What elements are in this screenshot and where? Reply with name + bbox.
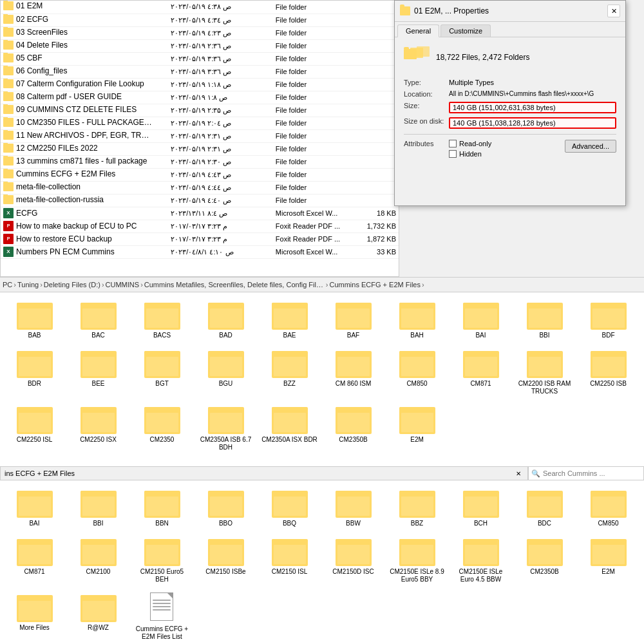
folder-icon-large — [336, 535, 372, 566]
table-row[interactable]: Cummins ECFG + E2M Files۲۰۲۳/۰۵/۱۹ ص ٤:٤… — [1, 168, 399, 181]
folder-item[interactable]: BAI — [450, 296, 511, 342]
folder-item[interactable]: CM2350 — [131, 401, 193, 454]
folder-item[interactable]: Cummins ECFG + E2M Files List — [131, 589, 193, 643]
folder-icon-large — [80, 403, 117, 434]
dialog-close-button[interactable]: ✕ — [607, 5, 620, 17]
table-row[interactable]: 01 E2M۲۰۲۳/۰۵/۱۹ ص ٤:۳۸File folder — [1, 1, 399, 14]
folder-item[interactable]: CM2350B — [514, 533, 575, 586]
folder-item[interactable]: CM 860 ISM — [323, 345, 384, 398]
folder-item[interactable]: CM2100 — [68, 533, 129, 586]
folder-item[interactable]: BAH — [386, 296, 448, 342]
path-bar-close-button[interactable]: ✕ — [513, 468, 524, 478]
folder-item[interactable]: BBQ — [259, 484, 320, 530]
folder-item[interactable]: BAC — [68, 296, 129, 342]
table-row[interactable]: 06 Config_files۲۰۲۳/۰۵/۱۹ ص ۳:۳٦File fol… — [1, 65, 399, 78]
folder-item[interactable]: CM2250 ISX — [68, 401, 129, 454]
folder-item[interactable]: CM2150 ISL — [259, 533, 320, 586]
dialog-size-on-disk-row: Size on disk: 140 GB (151,038,128,128 by… — [404, 117, 616, 129]
folder-item[interactable]: BBO — [195, 484, 256, 530]
hidden-checkbox[interactable] — [449, 150, 457, 158]
file-date: ۲۰۲۳/۰۵/۱۹ ص ٤:٤۳ — [168, 168, 273, 181]
table-row[interactable]: PHow to restore ECU backup۲۰۱۷/۰۳/۱۷ م ۳… — [1, 232, 399, 245]
table-row[interactable]: 03 ScreenFiles۲۰۲۳/۰۵/۱۹ ص ٤:۲۳File fold… — [1, 26, 399, 39]
search-bar[interactable]: 🔍 — [528, 466, 644, 480]
tab-general[interactable]: General — [397, 24, 439, 37]
table-row[interactable]: 08 Calterm pdf - USER GUIDE۲۰۲۳/۰۵/۱۹ ص … — [1, 91, 399, 104]
folder-item[interactable]: CM2250 ISB — [578, 345, 639, 398]
folder-icon — [3, 195, 14, 204]
folder-label: CM850 — [406, 380, 427, 388]
folder-item[interactable]: BBI — [514, 296, 575, 342]
folder-item[interactable]: E2M — [578, 533, 639, 586]
folder-item[interactable]: BDR — [4, 345, 65, 398]
breadcrumb-pc[interactable]: PC — [3, 281, 12, 289]
folder-item[interactable]: CM2200 ISB RAM TRUCKS — [514, 345, 575, 398]
file-date: ۲۰۲۳/۰٤/۸/۱ ص ٤:۱۰ — [168, 245, 273, 258]
table-row[interactable]: 11 New ARCHIVOS - DPF, EGR, TRABAJA...۲۰… — [1, 129, 399, 142]
folder-item[interactable]: BAB — [4, 296, 65, 342]
folder-item[interactable]: BBW — [323, 484, 384, 530]
table-row[interactable]: 05 CBF۲۰۲۳/۰۵/۱۹ ص ۳:۳٦File folder — [1, 52, 399, 65]
table-row[interactable]: XNumbers PN ECM Cummins۲۰۲۳/۰٤/۸/۱ ص ٤:۱… — [1, 245, 399, 258]
folder-item[interactable]: E2M — [386, 401, 448, 454]
table-row[interactable]: 10 CM2350 FILES - FULL PACKAGE 2022۲۰۲۳/… — [1, 117, 399, 129]
folder-item[interactable]: CM2250 ISL — [4, 401, 65, 454]
folder-item[interactable]: BACS — [131, 296, 193, 342]
folder-item[interactable]: BZZ — [259, 345, 320, 398]
breadcrumb-deleting[interactable]: Deleting Files (D:) — [44, 281, 100, 289]
folder-item[interactable]: BCH — [450, 484, 511, 530]
table-row[interactable]: 12 CM2250 FILEs 2022۲۰۲۳/۰۵/۱۹ ص ۲:۳۱Fil… — [1, 142, 399, 155]
folder-item[interactable]: R@WZ — [68, 589, 129, 643]
folder-item[interactable]: BAI — [4, 484, 65, 530]
folder-item[interactable]: BEE — [68, 345, 129, 398]
tab-customize[interactable]: Customize — [440, 24, 491, 37]
folder-item[interactable]: BAE — [259, 296, 320, 342]
table-row[interactable]: PHow to make backup of ECU to PC۲۰۱۷/۰۳/… — [1, 220, 399, 232]
table-row[interactable]: 02 ECFG۲۰۲۳/۰۵/۱۹ ص ٤:۳٤File folder — [1, 14, 399, 26]
table-row[interactable]: 07 Calterm Configuration File Lookup۲۰۲۳… — [1, 78, 399, 91]
folder-item[interactable]: CM2150E ISLe 8.9 Euro5 BBY — [386, 533, 448, 586]
dialog-file-count: 18,722 Files, 2,472 Folders — [436, 53, 529, 62]
search-input[interactable] — [543, 469, 641, 477]
breadcrumb-cummins[interactable]: CUMMINS — [106, 281, 140, 289]
folder-label: BACS — [153, 332, 171, 339]
folder-item[interactable]: CM2150E ISLe Euro 4.5 BBW — [450, 533, 511, 586]
folder-item[interactable]: BBN — [131, 484, 193, 530]
folder-item[interactable]: BBI — [68, 484, 129, 530]
folder-item[interactable]: CM871 — [450, 345, 511, 398]
lower-folder-grid: BAIBBIBBNBBOBBQBBWBBZBCHBDCCM850CM871CM2… — [0, 480, 644, 644]
folder-item[interactable]: CM850 — [578, 484, 639, 530]
folder-item[interactable]: CM2350A ISX BDR — [259, 401, 320, 454]
breadcrumb-golden[interactable]: Cummins Metafiles, Screenfiles, Delete f… — [144, 281, 325, 289]
folder-icon — [3, 144, 14, 153]
table-row[interactable]: 04 Delete Files۲۰۲۳/۰۵/۱۹ ص ۲:۳٦File fol… — [1, 39, 399, 52]
folder-item[interactable]: CM2150 ISBe — [195, 533, 256, 586]
folder-label: CM2100 — [86, 568, 111, 576]
folder-item[interactable]: BBZ — [386, 484, 448, 530]
folder-item[interactable]: CM850 — [386, 345, 448, 398]
folder-label: BAF — [347, 332, 359, 339]
folder-item[interactable]: BDF — [578, 296, 639, 342]
folder-item[interactable]: CM2150D ISC — [323, 533, 384, 586]
folder-item[interactable]: CM871 — [4, 533, 65, 586]
folder-item[interactable]: BDC — [514, 484, 575, 530]
table-row[interactable]: XECFG۲۰۲۳/۱۳/۱۱ ص ۸:٤Microsoft Excel W..… — [1, 207, 399, 220]
folder-item[interactable]: CM2150 Euro5 BEH — [131, 533, 193, 586]
breadcrumb-ecfg-e2m[interactable]: Cummins ECFG + E2M Files — [329, 281, 421, 289]
folder-item[interactable]: CM2350B — [323, 401, 384, 454]
table-row[interactable]: meta-file-collection۲۰۲۳/۰۵/۱۹ ص ٤:٤٤Fil… — [1, 181, 399, 194]
table-row[interactable]: 13 cummins cm871 files - full package۲۰۲… — [1, 155, 399, 168]
folder-item[interactable]: BGT — [131, 345, 193, 398]
table-row[interactable]: 09 CUMMINS CTZ DELETE FILES۲۰۲۳/۰۵/۱۹ ص … — [1, 104, 399, 117]
folder-item[interactable]: BAD — [195, 296, 256, 342]
folder-item[interactable]: BAF — [323, 296, 384, 342]
file-size — [357, 52, 399, 65]
folder-item[interactable]: CM2350A ISB 6.7 BDH — [195, 401, 256, 454]
folder-item[interactable]: More Files — [4, 589, 65, 643]
table-row[interactable]: meta-file-collection-russia۲۰۲۳/۰۵/۱۹ ص … — [1, 194, 399, 207]
folder-item[interactable]: BGU — [195, 345, 256, 398]
breadcrumb-tuning[interactable]: Tuning — [17, 281, 39, 289]
readonly-checkbox[interactable] — [449, 140, 457, 147]
file-size — [357, 155, 399, 168]
advanced-button[interactable]: Advanced... — [565, 140, 616, 153]
